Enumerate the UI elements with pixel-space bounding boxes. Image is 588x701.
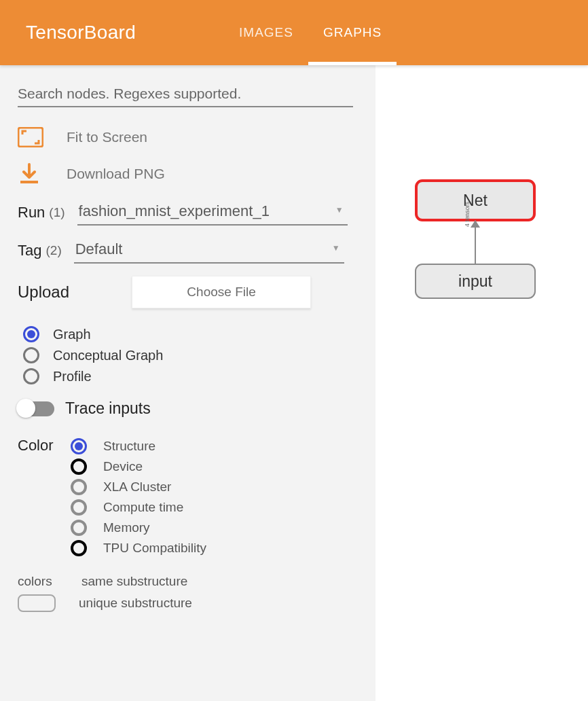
- legend-swatch-icon: [18, 594, 56, 612]
- legend-unique: unique substructure: [18, 594, 358, 612]
- run-row: Run (1) fashion_mnist_experiment_1 ▼: [18, 200, 358, 226]
- upload-row: Upload Choose File: [18, 276, 358, 308]
- radio-profile[interactable]: Profile: [18, 368, 358, 384]
- radio-icon: [71, 438, 87, 454]
- radio-icon: [23, 368, 39, 384]
- radio-icon: [23, 326, 39, 342]
- choose-file-button[interactable]: Choose File: [132, 276, 311, 308]
- app-header: TensorBoard IMAGES GRAPHS: [0, 0, 588, 65]
- radio-conceptual-graph[interactable]: Conceptual Graph: [18, 347, 358, 363]
- tag-select[interactable]: Default: [74, 238, 344, 264]
- main: Fit to Screen Download PNG Run (1) fashi…: [0, 65, 588, 701]
- radio-icon: [71, 520, 87, 536]
- color-xla-cluster[interactable]: XLA Cluster: [71, 479, 358, 495]
- tabs: IMAGES GRAPHS: [224, 0, 397, 65]
- graph-node-input[interactable]: input: [415, 264, 536, 299]
- radio-icon: [71, 499, 87, 516]
- trace-inputs-label: Trace inputs: [65, 399, 151, 418]
- arrow-up-icon: [471, 220, 480, 228]
- app-title: TensorBoard: [26, 22, 136, 43]
- color-tpu-compat[interactable]: TPU Compatibility: [71, 540, 358, 556]
- tag-row: Tag (2) Default ▼: [18, 238, 358, 264]
- color-structure[interactable]: Structure: [71, 438, 358, 454]
- radio-icon: [23, 347, 39, 363]
- graph-type-group: Graph Conceptual Graph Profile: [18, 326, 358, 384]
- run-select[interactable]: fashion_mnist_experiment_1: [77, 200, 348, 226]
- color-compute-time[interactable]: Compute time: [71, 499, 358, 516]
- color-device[interactable]: Device: [71, 459, 358, 475]
- run-count: (1): [49, 205, 65, 220]
- radio-icon: [71, 479, 87, 495]
- download-icon: [18, 163, 46, 185]
- svg-rect-1: [20, 181, 38, 183]
- color-legend: colors same substructure unique substruc…: [18, 574, 358, 612]
- trace-inputs-row: Trace inputs: [18, 399, 358, 418]
- radio-graph[interactable]: Graph: [18, 326, 358, 342]
- legend-same: colors same substructure: [18, 574, 358, 589]
- color-memory[interactable]: Memory: [71, 520, 358, 536]
- search-input[interactable]: [18, 82, 353, 107]
- fit-label: Fit to Screen: [67, 129, 147, 145]
- tab-images[interactable]: IMAGES: [224, 0, 308, 65]
- download-png-button[interactable]: Download PNG: [18, 163, 358, 185]
- tag-label: Tag: [18, 242, 41, 259]
- trace-inputs-toggle[interactable]: [18, 401, 54, 416]
- color-section: Color Structure Device XLA Cluster Compu…: [18, 434, 358, 560]
- radio-icon: [71, 540, 87, 556]
- graph-node-net[interactable]: Net: [415, 179, 536, 221]
- tag-count: (2): [45, 243, 61, 258]
- graph-edge-label: 4 tensors: [464, 202, 471, 227]
- graph-edge: [475, 223, 476, 264]
- radio-icon: [71, 459, 87, 475]
- fit-to-screen-button[interactable]: Fit to Screen: [18, 126, 358, 148]
- run-label: Run: [18, 204, 45, 221]
- sidebar: Fit to Screen Download PNG Run (1) fashi…: [0, 65, 375, 701]
- color-options: Structure Device XLA Cluster Compute tim…: [71, 434, 358, 560]
- fit-screen-icon: [18, 126, 46, 148]
- tab-graphs[interactable]: GRAPHS: [308, 0, 397, 65]
- color-title: Color: [18, 434, 71, 454]
- upload-label: Upload: [18, 283, 69, 302]
- graph-canvas[interactable]: Net 4 tensors input: [375, 65, 588, 701]
- download-label: Download PNG: [67, 166, 165, 182]
